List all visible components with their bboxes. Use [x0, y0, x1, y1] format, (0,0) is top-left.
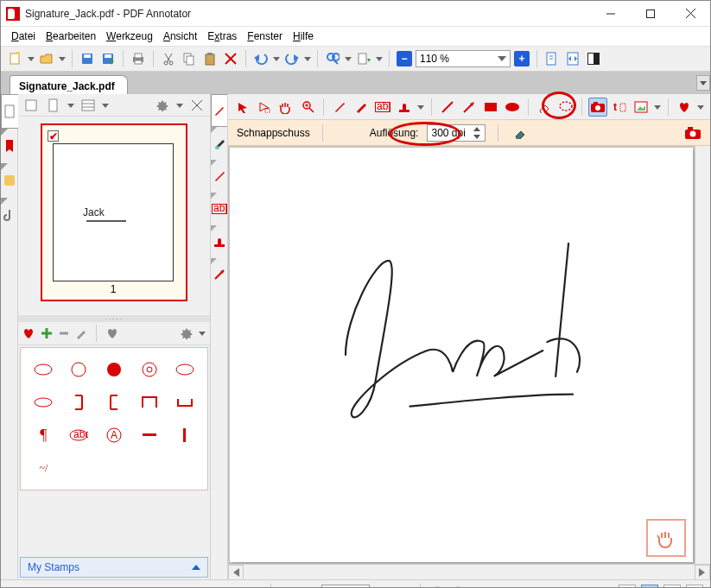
- pages-dropdown[interactable]: [375, 55, 384, 62]
- canvas-viewport[interactable]: [228, 146, 710, 579]
- page-number-input[interactable]: 1 von 1: [321, 585, 370, 589]
- sidebar-splitter[interactable]: ·····: [18, 315, 210, 322]
- stamp-item[interactable]: [132, 419, 168, 452]
- attachments-panel-tab[interactable]: [1, 198, 18, 232]
- menu-bearbeiten[interactable]: Bearbeiten: [42, 29, 99, 43]
- maximize-button[interactable]: [631, 1, 670, 27]
- new-dropdown[interactable]: [27, 55, 35, 62]
- delete-button[interactable]: [221, 49, 240, 68]
- tool-text[interactable]: ab|: [211, 193, 227, 225]
- zoom-out-button[interactable]: −: [395, 49, 414, 68]
- image-tool[interactable]: [632, 98, 651, 117]
- menu-ansicht[interactable]: Ansicht: [160, 29, 200, 43]
- undo-button[interactable]: [251, 49, 270, 68]
- rectangle-tool[interactable]: [481, 98, 500, 117]
- favorites-heart-icon[interactable]: [22, 327, 35, 339]
- redo-button[interactable]: [282, 49, 302, 68]
- pen-tool[interactable]: [330, 98, 349, 117]
- tab-overflow-button[interactable]: [696, 75, 710, 91]
- tool-arrow[interactable]: [211, 258, 227, 291]
- annotations-panel-tab[interactable]: [1, 163, 18, 198]
- stamp-item[interactable]: [167, 353, 202, 386]
- stamp-category-selector[interactable]: My Stamps: [20, 557, 208, 578]
- zoom-tool[interactable]: [298, 98, 317, 117]
- close-button[interactable]: [670, 1, 710, 27]
- sidebar-settings-button[interactable]: [153, 96, 172, 115]
- stamp-item[interactable]: ~/: [26, 452, 61, 484]
- copy-button[interactable]: [180, 49, 199, 68]
- favorite-current-icon[interactable]: [105, 327, 119, 339]
- save-button[interactable]: [78, 49, 97, 68]
- stamp-item[interactable]: [61, 353, 97, 386]
- scroll-right-button[interactable]: [695, 565, 710, 580]
- stamp-item[interactable]: [167, 419, 202, 452]
- select-page-button[interactable]: [22, 96, 41, 115]
- text-extract-tool[interactable]: t: [610, 98, 629, 117]
- ellipse-tool[interactable]: [503, 98, 522, 117]
- textbox-tool[interactable]: ab|: [373, 98, 392, 117]
- sb-prev-set[interactable]: [225, 585, 241, 589]
- new-button[interactable]: [6, 49, 25, 68]
- stamp-tool-dropdown[interactable]: [416, 104, 425, 111]
- tool-pen2[interactable]: [211, 160, 227, 193]
- new-page-dropdown[interactable]: [67, 102, 75, 109]
- tool-pen[interactable]: [211, 94, 227, 127]
- document-tab[interactable]: Signature_Jack.pdf: [10, 75, 128, 94]
- menu-datei[interactable]: Datei: [8, 29, 39, 43]
- stamp-item[interactable]: [167, 386, 202, 419]
- nav-back-button[interactable]: [429, 585, 445, 589]
- redo-dropdown[interactable]: [303, 55, 312, 62]
- lasso-tool[interactable]: [556, 98, 575, 117]
- page-view-dropdown[interactable]: [101, 102, 110, 109]
- stamp-item[interactable]: A: [97, 419, 132, 452]
- view-single-page[interactable]: [619, 585, 636, 589]
- line-tool[interactable]: [438, 98, 457, 117]
- search-dropdown[interactable]: [344, 55, 352, 62]
- stamp-item[interactable]: [61, 386, 97, 419]
- eraser-tool[interactable]: [535, 98, 554, 117]
- select-tool[interactable]: [255, 98, 274, 117]
- nav-forward-button[interactable]: [450, 585, 466, 589]
- menu-werkzeug[interactable]: Werkzeug: [103, 29, 156, 43]
- remove-favorite-button[interactable]: [58, 327, 70, 339]
- dpi-input[interactable]: 300 dpi: [427, 124, 486, 142]
- page-view-button[interactable]: [79, 96, 98, 115]
- pan-tool[interactable]: [276, 98, 295, 117]
- menu-extras[interactable]: Extras: [204, 29, 240, 43]
- sb-next-set[interactable]: [246, 585, 262, 589]
- arrow-shape-tool[interactable]: [460, 98, 479, 117]
- undo-dropdown[interactable]: [272, 55, 281, 62]
- stamp-item[interactable]: [97, 353, 132, 386]
- pages-button[interactable]: [354, 49, 373, 68]
- stamp-item[interactable]: [26, 353, 61, 386]
- marker-tool[interactable]: [352, 98, 371, 117]
- minimize-button[interactable]: [591, 1, 631, 27]
- favorite-tool-dropdown[interactable]: [696, 104, 705, 111]
- bookmarks-panel-tab[interactable]: [1, 129, 18, 163]
- view-two-continuous[interactable]: [686, 585, 703, 589]
- thumbnail-checkbox[interactable]: ✔: [48, 130, 59, 142]
- favorite-tool[interactable]: [675, 98, 694, 117]
- view-continuous[interactable]: [641, 585, 658, 589]
- favorites-settings-button[interactable]: [181, 327, 193, 339]
- open-button[interactable]: [37, 49, 56, 68]
- dpi-spinner[interactable]: [471, 125, 483, 141]
- tool-highlighter[interactable]: [211, 127, 227, 160]
- fit-width-button[interactable]: [563, 49, 582, 68]
- stamp-item[interactable]: [132, 353, 168, 386]
- pan-mode-button[interactable]: [646, 519, 686, 557]
- open-dropdown[interactable]: [58, 55, 67, 62]
- fit-page-button[interactable]: [543, 49, 562, 68]
- first-page-button[interactable]: [280, 585, 295, 589]
- sidebar-settings-dropdown[interactable]: [175, 102, 184, 109]
- scroll-left-button[interactable]: [228, 565, 244, 580]
- stamp-item[interactable]: [26, 386, 61, 419]
- menu-fenster[interactable]: Fenster: [244, 29, 286, 43]
- stamp-tool[interactable]: [395, 98, 414, 117]
- view-two-page[interactable]: [663, 585, 681, 589]
- stamp-item[interactable]: ¶: [26, 419, 61, 452]
- page-thumbnail[interactable]: ✔ Jack 1: [41, 123, 187, 301]
- pointer-tool[interactable]: [233, 98, 252, 117]
- close-sidebar-button[interactable]: [187, 96, 206, 115]
- erase-snapshot-button[interactable]: [511, 123, 530, 142]
